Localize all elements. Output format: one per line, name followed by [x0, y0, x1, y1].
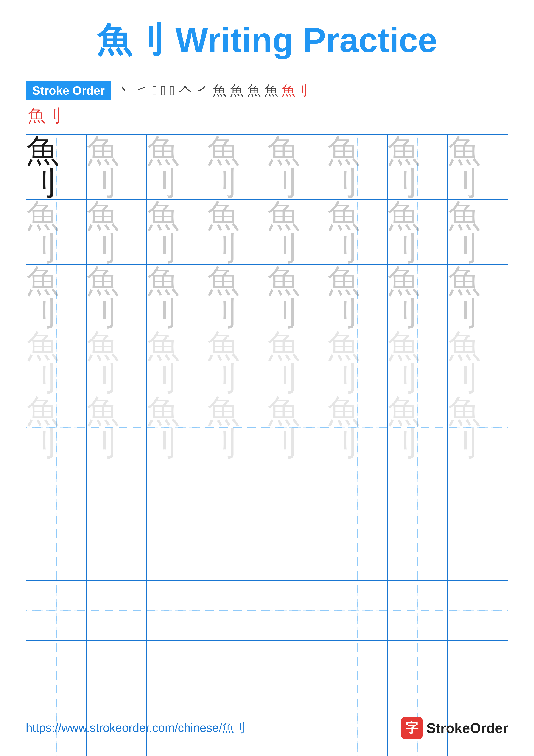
grid-cell[interactable] — [447, 580, 508, 640]
grid-cell[interactable] — [147, 580, 207, 640]
stroke-char-2: ㇀ — [135, 81, 148, 99]
grid-cell[interactable]: 魚刂 — [207, 134, 267, 200]
grid-cell[interactable] — [267, 520, 327, 580]
grid-cell[interactable]: 魚刂 — [26, 134, 87, 200]
grid-cell[interactable] — [207, 460, 267, 520]
practice-char: 魚刂 — [327, 395, 387, 460]
grid-cell[interactable] — [207, 640, 267, 701]
practice-char: 魚刂 — [448, 265, 507, 330]
grid-cell[interactable] — [327, 460, 387, 520]
footer-logo-text: StrokeOrder — [426, 720, 508, 736]
grid-cell[interactable] — [447, 460, 508, 520]
practice-char: 魚刂 — [147, 395, 207, 460]
grid-cell[interactable]: 魚刂 — [207, 265, 267, 330]
grid-cell[interactable] — [267, 460, 327, 520]
grid-cell[interactable] — [387, 640, 447, 701]
grid-cell[interactable]: 魚刂 — [387, 330, 447, 395]
grid-cell[interactable] — [87, 580, 146, 640]
grid-cell[interactable] — [147, 460, 207, 520]
grid-cell[interactable] — [387, 580, 447, 640]
grid-cell[interactable]: 魚刂 — [327, 134, 387, 200]
grid-cell[interactable]: 魚刂 — [26, 395, 87, 460]
stroke-order-row: Stroke Order 丶 ㇀ 𠃋 𠃌 𠃍 𠆢 ㇒ 魚 魚 魚 魚 魚刂 — [26, 81, 508, 100]
grid-cell[interactable] — [87, 520, 146, 580]
stroke-chars: 丶 ㇀ 𠃋 𠃌 𠃍 𠆢 ㇒ 魚 魚 魚 魚 魚刂 — [117, 81, 309, 99]
grid-cell[interactable]: 魚刂 — [267, 265, 327, 330]
grid-cell[interactable] — [267, 640, 327, 701]
stroke-char-12: 魚刂 — [282, 81, 309, 99]
grid-cell[interactable]: 魚刂 — [26, 200, 87, 265]
grid-cell[interactable]: 魚刂 — [207, 395, 267, 460]
grid-cell[interactable]: 魚刂 — [447, 395, 508, 460]
footer-url[interactable]: https://www.strokeorder.com/chinese/魚刂 — [26, 720, 246, 736]
grid-cell[interactable] — [26, 640, 87, 701]
practice-char: 魚刂 — [388, 330, 447, 394]
grid-cell[interactable]: 魚刂 — [147, 330, 207, 395]
grid-cell[interactable] — [387, 520, 447, 580]
practice-char: 魚刂 — [147, 135, 207, 199]
grid-cell[interactable]: 魚刂 — [387, 395, 447, 460]
grid-cell[interactable] — [207, 580, 267, 640]
grid-cell[interactable]: 魚刂 — [327, 395, 387, 460]
grid-cell[interactable] — [147, 520, 207, 580]
grid-cell[interactable] — [87, 460, 146, 520]
grid-cell[interactable]: 魚刂 — [327, 265, 387, 330]
grid-cell[interactable]: 魚刂 — [447, 200, 508, 265]
grid-cell[interactable]: 魚刂 — [447, 265, 508, 330]
grid-cell[interactable] — [87, 640, 146, 701]
grid-cell[interactable] — [447, 640, 508, 701]
grid-cell[interactable] — [207, 520, 267, 580]
grid-cell[interactable]: 魚刂 — [267, 330, 327, 395]
grid-cell[interactable]: 魚刂 — [147, 200, 207, 265]
practice-char: 魚刂 — [207, 395, 267, 460]
grid-cell[interactable]: 魚刂 — [26, 330, 87, 395]
practice-char: 魚刂 — [388, 135, 447, 199]
stroke-char-6: 𠆢 — [178, 83, 192, 98]
grid-cell[interactable] — [26, 580, 87, 640]
grid-cell[interactable]: 魚刂 — [327, 330, 387, 395]
practice-char: 魚刂 — [207, 135, 267, 199]
grid-cell[interactable] — [387, 460, 447, 520]
practice-char: 魚刂 — [327, 265, 387, 330]
grid-cell[interactable] — [327, 580, 387, 640]
practice-char: 魚刂 — [27, 200, 86, 264]
grid-cell[interactable]: 魚刂 — [87, 330, 146, 395]
grid-cell[interactable]: 魚刂 — [87, 265, 146, 330]
grid-cell[interactable] — [327, 520, 387, 580]
grid-cell[interactable]: 魚刂 — [87, 395, 146, 460]
grid-cell[interactable]: 魚刂 — [447, 134, 508, 200]
practice-char: 魚刂 — [267, 200, 327, 264]
grid-cell[interactable]: 魚刂 — [267, 200, 327, 265]
practice-char: 魚刂 — [327, 135, 387, 199]
grid-cell[interactable]: 魚刂 — [447, 330, 508, 395]
grid-cell[interactable]: 魚刂 — [267, 395, 327, 460]
footer-logo: 字 StrokeOrder — [401, 717, 508, 739]
grid-cell[interactable]: 魚刂 — [267, 134, 327, 200]
grid-cell[interactable]: 魚刂 — [87, 200, 146, 265]
grid-cell[interactable]: 魚刂 — [147, 395, 207, 460]
practice-char: 魚刂 — [87, 265, 146, 330]
grid-cell[interactable] — [26, 460, 87, 520]
grid-cell[interactable]: 魚刂 — [387, 265, 447, 330]
grid-cell[interactable] — [147, 640, 207, 701]
footer: https://www.strokeorder.com/chinese/魚刂 字… — [26, 717, 508, 739]
grid-cell[interactable]: 魚刂 — [327, 200, 387, 265]
grid-cell[interactable] — [327, 640, 387, 701]
stroke-char-11: 魚 — [265, 81, 278, 99]
practice-grid: 魚刂 魚刂 魚刂 魚刂 魚刂 魚刂 魚刂 魚刂 魚刂 魚刂 魚刂 魚刂 魚刂 魚… — [26, 134, 508, 647]
grid-cell[interactable]: 魚刂 — [207, 330, 267, 395]
practice-char: 魚刂 — [267, 330, 327, 394]
stroke-order-badge: Stroke Order — [26, 81, 111, 100]
grid-cell[interactable] — [267, 580, 327, 640]
practice-char: 魚刂 — [87, 200, 146, 264]
grid-cell[interactable]: 魚刂 — [207, 200, 267, 265]
grid-cell[interactable]: 魚刂 — [387, 134, 447, 200]
grid-cell[interactable] — [447, 520, 508, 580]
grid-cell[interactable]: 魚刂 — [26, 265, 87, 330]
grid-cell[interactable]: 魚刂 — [87, 134, 146, 200]
grid-cell[interactable]: 魚刂 — [147, 134, 207, 200]
grid-cell[interactable]: 魚刂 — [387, 200, 447, 265]
grid-cell[interactable]: 魚刂 — [147, 265, 207, 330]
grid-cell[interactable] — [26, 520, 87, 580]
page: 魚刂 Writing Practice Stroke Order 丶 ㇀ 𠃋 𠃌… — [0, 0, 534, 756]
